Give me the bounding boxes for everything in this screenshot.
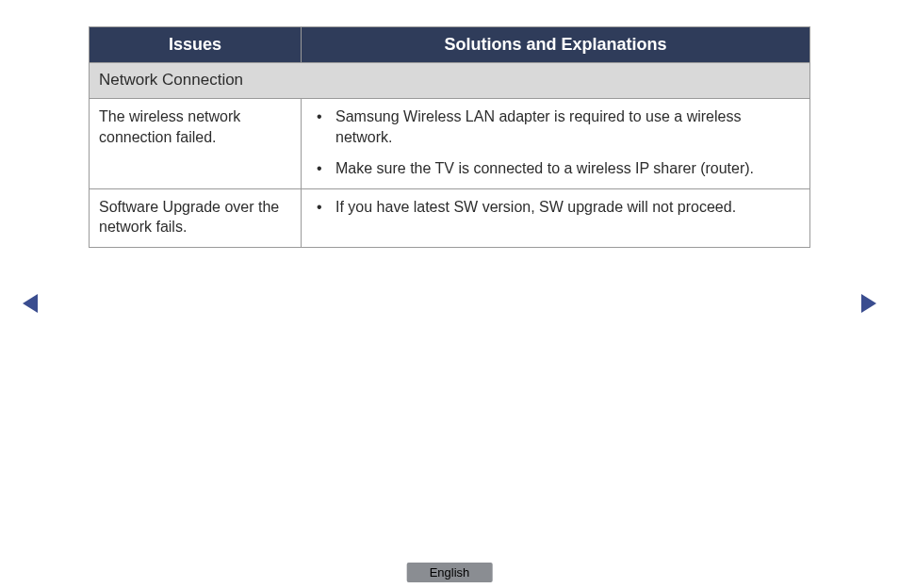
header-solutions: Solutions and Explanations bbox=[302, 27, 810, 63]
solution-list: If you have latest SW version, SW upgrad… bbox=[311, 197, 800, 218]
previous-page-arrow-icon[interactable] bbox=[23, 294, 38, 313]
next-page-arrow-icon[interactable] bbox=[861, 294, 876, 313]
language-badge: English bbox=[407, 563, 493, 582]
section-title: Network Connection bbox=[90, 63, 810, 99]
solution-list: Samsung Wireless LAN adapter is required… bbox=[311, 106, 800, 179]
solution-item: Samsung Wireless LAN adapter is required… bbox=[311, 106, 800, 147]
issue-cell: The wireless network connection failed. bbox=[90, 98, 302, 188]
solution-item: Make sure the TV is connected to a wirel… bbox=[311, 158, 800, 179]
solution-cell: If you have latest SW version, SW upgrad… bbox=[302, 188, 810, 247]
table-header-row: Issues Solutions and Explanations bbox=[90, 27, 810, 63]
solution-item: If you have latest SW version, SW upgrad… bbox=[311, 197, 800, 218]
issue-cell: Software Upgrade over the network fails. bbox=[90, 188, 302, 247]
section-row: Network Connection bbox=[90, 63, 810, 99]
table-row: The wireless network connection failed. … bbox=[90, 98, 810, 188]
header-issues: Issues bbox=[90, 27, 302, 63]
solution-cell: Samsung Wireless LAN adapter is required… bbox=[302, 98, 810, 188]
table-row: Software Upgrade over the network fails.… bbox=[90, 188, 810, 247]
content-area: Issues Solutions and Explanations Networ… bbox=[0, 0, 899, 248]
troubleshooting-table: Issues Solutions and Explanations Networ… bbox=[89, 26, 810, 248]
